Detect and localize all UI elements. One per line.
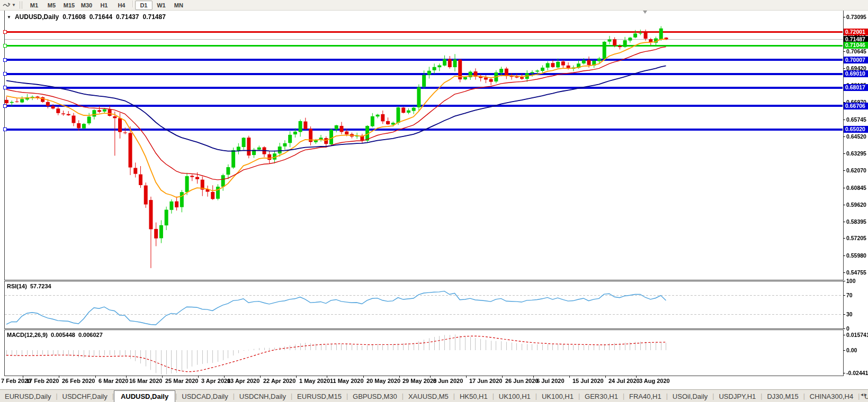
date-tick-label: 24 Jul 2020: [609, 378, 640, 384]
timeframe-button-d1[interactable]: D1: [135, 1, 153, 10]
price-tick-label: 0.55980: [846, 252, 868, 259]
price-tick-mark: [843, 205, 845, 205]
rsi-label: RSI(14): [7, 283, 27, 289]
price-tick-mark: [843, 238, 845, 239]
macd-tick-mark: [843, 350, 845, 351]
date-tick-mark: [260, 376, 261, 378]
chart-tab-gbpusd-m30[interactable]: GBPUSD,M30: [348, 391, 402, 401]
tab-scroll-buttons: ◂ ▸: [861, 391, 867, 397]
timeframe-button-w1[interactable]: W1: [153, 1, 170, 10]
rsi-tick-label: 100: [846, 278, 868, 284]
ohlc-high: 0.71644: [90, 13, 112, 21]
date-tick-mark: [636, 376, 637, 378]
cursor-tool-icon[interactable]: [2, 1, 12, 9]
date-tick-label: 3 Apr 2020: [201, 378, 230, 384]
date-tick-mark: [296, 376, 297, 378]
date-tick-label: 1 May 2020: [299, 378, 330, 384]
symbol-tab-bar: EURUSD,Daily|USDCHF,Daily|AUDUSD,Daily|U…: [0, 389, 868, 402]
rsi-tick-mark: [843, 281, 845, 281]
chart-tab-usdcnh-daily[interactable]: USDCNH,Daily: [235, 391, 291, 401]
chart-tab-hk50-h1[interactable]: HK50,H1: [455, 391, 493, 401]
date-tick-label: 25 Mar 2020: [165, 378, 198, 384]
chart-shift-marker[interactable]: [643, 11, 647, 14]
date-tick-mark: [126, 376, 127, 378]
macd-main-value: 0.005448: [51, 332, 75, 338]
tab-scroll-right-icon[interactable]: ▸: [864, 391, 867, 397]
price-tick-label: 0.60845: [846, 185, 868, 191]
price-chart-canvas[interactable]: [0, 0, 868, 402]
timeframe-toolbar: ▼ M1M5M15M30H1H4D1W1MN: [0, 0, 868, 11]
date-tick-label: 17 Jun 2020: [469, 378, 502, 384]
price-tick-label: 0.63295: [846, 150, 868, 157]
price-tick-mark: [843, 255, 845, 256]
price-tick-label: 0.59620: [846, 202, 868, 208]
date-tick-label: 22 Apr 2020: [263, 378, 296, 384]
chart-tab-usdcad-daily[interactable]: USDCAD,Daily: [177, 391, 232, 401]
timeframe-buttons: M1M5M15M30H1H4D1W1MN: [25, 1, 187, 10]
toolbar-grip: [20, 2, 22, 8]
chart-tab-usoil-daily[interactable]: USOil,Daily: [668, 391, 712, 401]
chart-title: ▼ AUDUSD,Daily 0.71608 0.71644 0.71437 0…: [7, 13, 166, 21]
rsi-tick-mark: [843, 314, 845, 315]
chart-tab-eurusd-daily[interactable]: EURUSD,Daily: [0, 391, 56, 401]
cursor-tool-dropdown-icon[interactable]: ▼: [12, 3, 16, 7]
date-tick-mark: [224, 376, 225, 378]
rsi-tick-mark: [843, 295, 845, 296]
timeframe-button-m1[interactable]: M1: [25, 1, 43, 10]
date-tick-label: 17 Feb 2020: [26, 378, 59, 384]
macd-label: MACD(12,26,9): [7, 332, 48, 338]
chart-tab-fra40-h1[interactable]: FRA40,H1: [624, 391, 666, 401]
price-tick-mark: [843, 272, 845, 273]
price-tick-mark: [843, 153, 845, 154]
chart-tab-audusd-daily[interactable]: AUDUSD,Daily: [114, 390, 175, 402]
macd-tick-label: 0.00: [846, 347, 868, 353]
price-tick-mark: [843, 68, 845, 69]
date-tick-label: 6 Mar 2020: [99, 378, 128, 384]
macd-header: MACD(12,26,9) 0.005448 0.006027: [7, 332, 103, 338]
date-tick-mark: [569, 376, 570, 378]
tab-scroll-left-icon[interactable]: ◂: [861, 391, 863, 397]
date-tick-mark: [198, 376, 199, 378]
rsi-tick-label: 0: [846, 325, 868, 332]
price-tick-mark: [843, 136, 845, 137]
chart-tab-usdchf-daily[interactable]: USDCHF,Daily: [58, 391, 112, 401]
price-tick-mark: [843, 17, 845, 17]
price-tick-label: 0.73095: [846, 14, 868, 20]
chart-tab-china300-h4[interactable]: CHINA300,H4: [805, 391, 858, 401]
price-tick-label: 0.57205: [846, 235, 868, 241]
chart-tab-dj30-m15[interactable]: DJ30,M15: [762, 391, 803, 401]
date-tick-label: 6 Jul 2020: [536, 378, 565, 384]
timeframe-button-m15[interactable]: M15: [60, 1, 78, 10]
timeframe-button-m5[interactable]: M5: [43, 1, 60, 10]
chart-tab-uk100-h1[interactable]: UK100,H1: [537, 391, 578, 401]
ohlc-low: 0.71437: [116, 13, 139, 21]
support-line-badge: 0.69010: [844, 70, 868, 77]
date-tick-label: 26 Jun 2020: [505, 378, 538, 384]
date-tick-mark: [430, 376, 431, 378]
date-tick-label: 16 Mar 2020: [129, 378, 162, 384]
price-tick-label: 0.54755: [846, 269, 868, 276]
rsi-header: RSI(14) 57.7234: [7, 283, 51, 289]
chart-tab-ger30-h1[interactable]: GER30,H1: [580, 391, 623, 401]
price-tick-label: 0.64520: [846, 133, 868, 140]
date-tick-mark: [533, 376, 534, 378]
support-line-badge: 0.68017: [844, 84, 868, 91]
timeframe-button-h1[interactable]: H1: [95, 1, 113, 10]
chart-collapse-icon[interactable]: ▼: [7, 15, 11, 20]
chart-tab-eurusd-m15[interactable]: EURUSD,M15: [292, 391, 346, 401]
timeframe-button-m30[interactable]: M30: [78, 1, 95, 10]
chart-tab-xauusd-m5[interactable]: XAUUSD,M5: [404, 391, 453, 401]
ohlc-close: 0.71487: [142, 13, 165, 21]
chart-tab-uk100-h1[interactable]: UK100,H1: [494, 391, 535, 401]
support-line-badge: 0.66706: [844, 103, 868, 109]
price-tick-mark: [843, 120, 845, 120]
price-tick-mark: [843, 170, 845, 171]
chart-tab-usdjpy-h1[interactable]: USDJPY,H1: [714, 391, 760, 401]
timeframe-button-h4[interactable]: H4: [113, 1, 130, 10]
date-tick-label: 3 Aug 2020: [639, 378, 670, 384]
timeframe-button-mn[interactable]: MN: [170, 1, 187, 10]
support-line-badge: 0.71046: [844, 42, 868, 49]
trading-platform-window: ▼ M1M5M15M30H1H4D1W1MN ▼ AUDUSD,Daily 0.…: [0, 0, 868, 402]
date-tick-mark: [502, 376, 503, 378]
date-tick-label: 26 Feb 2020: [62, 378, 95, 384]
